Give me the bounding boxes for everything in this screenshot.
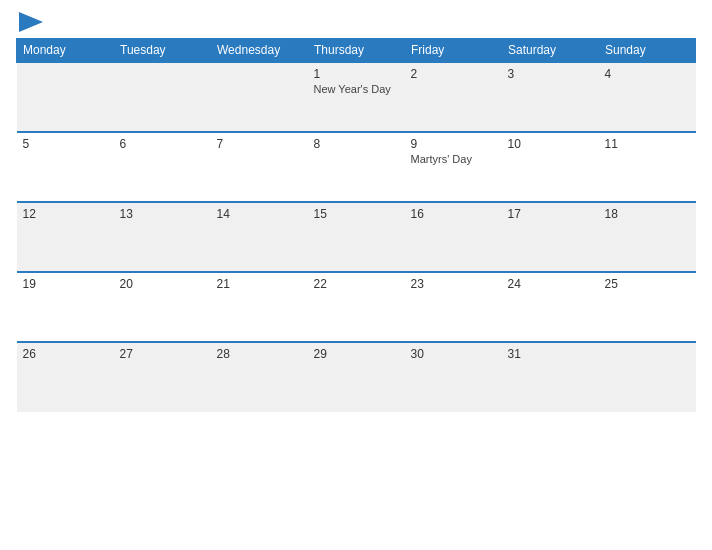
day-number: 16 — [411, 207, 496, 221]
weekday-header-friday: Friday — [405, 39, 502, 63]
day-number: 27 — [120, 347, 205, 361]
calendar-cell: 13 — [114, 202, 211, 272]
logo — [16, 12, 43, 32]
calendar-cell: 5 — [17, 132, 114, 202]
calendar-cell: 10 — [502, 132, 599, 202]
calendar-cell: 31 — [502, 342, 599, 412]
weekday-header-row: MondayTuesdayWednesdayThursdayFridaySatu… — [17, 39, 696, 63]
day-number: 6 — [120, 137, 205, 151]
calendar-cell: 25 — [599, 272, 696, 342]
calendar-cell: 1New Year's Day — [308, 62, 405, 132]
weekday-header-thursday: Thursday — [308, 39, 405, 63]
day-number: 8 — [314, 137, 399, 151]
calendar-table: MondayTuesdayWednesdayThursdayFridaySatu… — [16, 38, 696, 412]
day-number: 19 — [23, 277, 108, 291]
calendar-week-row: 56789Martyrs' Day1011 — [17, 132, 696, 202]
calendar-cell: 20 — [114, 272, 211, 342]
calendar-cell: 21 — [211, 272, 308, 342]
day-number: 4 — [605, 67, 690, 81]
calendar-cell: 3 — [502, 62, 599, 132]
day-number: 30 — [411, 347, 496, 361]
day-number: 29 — [314, 347, 399, 361]
day-number: 21 — [217, 277, 302, 291]
calendar-cell: 4 — [599, 62, 696, 132]
day-number: 2 — [411, 67, 496, 81]
calendar-week-row: 12131415161718 — [17, 202, 696, 272]
day-number: 20 — [120, 277, 205, 291]
holiday-name: Martyrs' Day — [411, 153, 496, 165]
logo-flag-icon — [19, 12, 43, 32]
day-number: 14 — [217, 207, 302, 221]
calendar-cell: 18 — [599, 202, 696, 272]
weekday-header-sunday: Sunday — [599, 39, 696, 63]
calendar-header — [16, 12, 696, 32]
day-number: 22 — [314, 277, 399, 291]
day-number: 1 — [314, 67, 399, 81]
weekday-header-saturday: Saturday — [502, 39, 599, 63]
calendar-cell: 8 — [308, 132, 405, 202]
day-number: 11 — [605, 137, 690, 151]
day-number: 28 — [217, 347, 302, 361]
holiday-name: New Year's Day — [314, 83, 399, 95]
day-number: 17 — [508, 207, 593, 221]
calendar-cell: 6 — [114, 132, 211, 202]
day-number: 23 — [411, 277, 496, 291]
day-number: 31 — [508, 347, 593, 361]
calendar-cell — [211, 62, 308, 132]
calendar-week-row: 262728293031 — [17, 342, 696, 412]
calendar-cell — [114, 62, 211, 132]
calendar-cell: 15 — [308, 202, 405, 272]
weekday-header-wednesday: Wednesday — [211, 39, 308, 63]
day-number: 26 — [23, 347, 108, 361]
calendar-cell: 22 — [308, 272, 405, 342]
calendar-cell: 30 — [405, 342, 502, 412]
calendar-cell — [599, 342, 696, 412]
day-number: 7 — [217, 137, 302, 151]
calendar-week-row: 19202122232425 — [17, 272, 696, 342]
calendar-cell: 29 — [308, 342, 405, 412]
calendar-week-row: 1New Year's Day234 — [17, 62, 696, 132]
calendar-cell: 7 — [211, 132, 308, 202]
calendar-cell: 27 — [114, 342, 211, 412]
calendar-page: MondayTuesdayWednesdayThursdayFridaySatu… — [0, 0, 712, 550]
day-number: 9 — [411, 137, 496, 151]
calendar-cell: 28 — [211, 342, 308, 412]
calendar-cell: 24 — [502, 272, 599, 342]
calendar-cell: 11 — [599, 132, 696, 202]
day-number: 15 — [314, 207, 399, 221]
calendar-cell: 19 — [17, 272, 114, 342]
calendar-cell: 14 — [211, 202, 308, 272]
calendar-cell: 26 — [17, 342, 114, 412]
day-number: 3 — [508, 67, 593, 81]
calendar-cell: 23 — [405, 272, 502, 342]
calendar-cell: 9Martyrs' Day — [405, 132, 502, 202]
calendar-cell: 2 — [405, 62, 502, 132]
day-number: 24 — [508, 277, 593, 291]
calendar-cell — [17, 62, 114, 132]
calendar-cell: 16 — [405, 202, 502, 272]
day-number: 13 — [120, 207, 205, 221]
day-number: 12 — [23, 207, 108, 221]
day-number: 5 — [23, 137, 108, 151]
day-number: 18 — [605, 207, 690, 221]
calendar-cell: 12 — [17, 202, 114, 272]
calendar-cell: 17 — [502, 202, 599, 272]
day-number: 10 — [508, 137, 593, 151]
weekday-header-tuesday: Tuesday — [114, 39, 211, 63]
day-number: 25 — [605, 277, 690, 291]
svg-marker-0 — [19, 12, 43, 32]
weekday-header-monday: Monday — [17, 39, 114, 63]
